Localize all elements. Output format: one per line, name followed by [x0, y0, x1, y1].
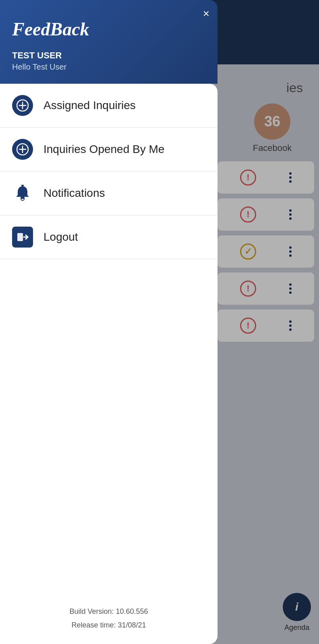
build-version: Build Version: 10.60.556: [12, 605, 205, 618]
side-drawer: × FeedBack TEST USER Hello Test User Ass…: [0, 0, 218, 644]
close-button[interactable]: ×: [203, 8, 209, 19]
menu-label-inquiries-opened-by-me: Inquiries Opened By Me: [44, 143, 164, 156]
user-name: TEST USER: [12, 50, 205, 61]
menu-item-inquiries-opened-by-me[interactable]: Inquiries Opened By Me: [0, 128, 218, 171]
drawer-menu: Assigned Inquiries Inquiries Opened By M…: [0, 84, 218, 644]
drawer-header: × FeedBack TEST USER Hello Test User: [0, 0, 218, 84]
menu-label-assigned-inquiries: Assigned Inquiries: [44, 99, 136, 112]
svg-text:FeedBack: FeedBack: [12, 19, 89, 39]
menu-item-notifications[interactable]: Notifications: [0, 171, 218, 215]
bell-icon: [12, 183, 33, 204]
release-time: Release time: 31/08/21: [12, 618, 205, 632]
drawer-footer: Build Version: 10.60.556 Release time: 3…: [0, 592, 218, 644]
menu-item-assigned-inquiries[interactable]: Assigned Inquiries: [0, 84, 218, 128]
plus-circle-icon-2: [12, 139, 33, 160]
plus-circle-icon-1: [12, 95, 33, 116]
menu-label-logout: Logout: [44, 231, 78, 244]
menu-spacer: [0, 259, 218, 592]
logo-svg: FeedBack: [12, 16, 109, 40]
svg-rect-10: [17, 233, 23, 241]
menu-label-notifications: Notifications: [44, 187, 105, 200]
app-logo: FeedBack: [12, 16, 205, 45]
menu-item-logout[interactable]: Logout: [0, 215, 218, 259]
user-greeting: Hello Test User: [12, 62, 205, 72]
logout-icon: [12, 227, 33, 248]
